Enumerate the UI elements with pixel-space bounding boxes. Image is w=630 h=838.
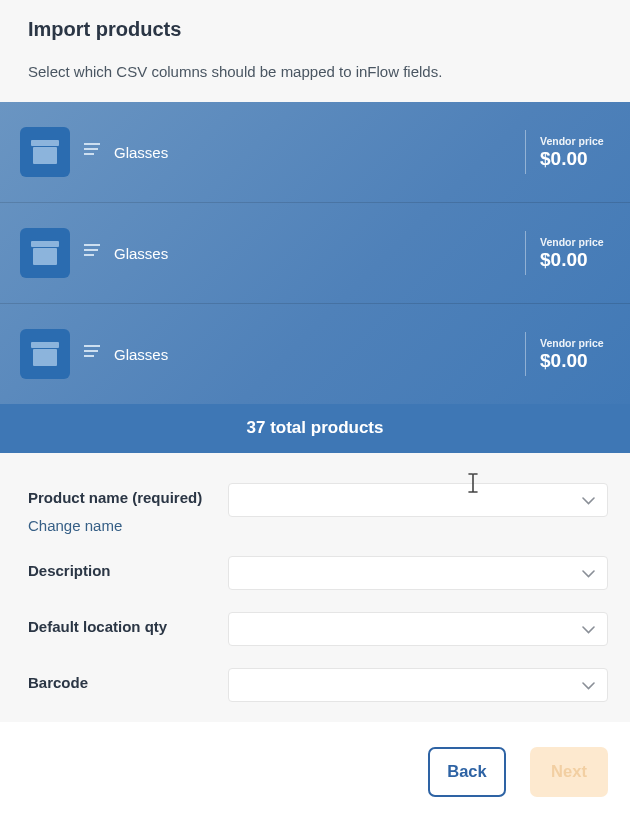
vendor-price-block: Vendor price $0.00 — [540, 236, 610, 271]
product-box-icon — [20, 127, 70, 177]
back-button[interactable]: Back — [428, 747, 506, 797]
default-location-qty-select[interactable] — [228, 612, 608, 646]
mapping-label: Product name (required) — [28, 489, 202, 506]
chevron-down-icon — [582, 676, 595, 694]
chevron-down-icon — [582, 620, 595, 638]
vendor-price-label: Vendor price — [540, 236, 610, 248]
page-subtitle: Select which CSV columns should be mappe… — [28, 63, 602, 80]
mapping-row-product-name: Product name (required) Change name — [28, 483, 608, 534]
preview-product-name: Glasses — [114, 144, 525, 161]
vertical-separator — [525, 231, 526, 275]
list-lines-icon — [84, 244, 100, 262]
list-lines-icon — [84, 345, 100, 363]
barcode-select[interactable] — [228, 668, 608, 702]
mapping-label: Barcode — [28, 674, 88, 691]
footer: Back Next — [0, 722, 630, 820]
preview-product-name: Glasses — [114, 346, 525, 363]
svg-rect-3 — [84, 148, 98, 150]
svg-rect-1 — [33, 147, 57, 164]
preview-row: Glasses Vendor price $0.00 — [0, 304, 630, 404]
mapping-row-description: Description — [28, 556, 608, 590]
svg-rect-11 — [33, 349, 57, 366]
list-lines-icon — [84, 143, 100, 161]
svg-rect-6 — [33, 248, 57, 265]
mapping-row-default-location-qty: Default location qty — [28, 612, 608, 646]
page-title: Import products — [28, 18, 602, 41]
svg-rect-12 — [84, 345, 100, 347]
mapping-section: Product name (required) Change name Desc… — [0, 453, 630, 722]
svg-rect-10 — [31, 342, 59, 348]
chevron-down-icon — [582, 564, 595, 582]
svg-rect-13 — [84, 350, 98, 352]
vendor-price-value: $0.00 — [540, 351, 610, 372]
svg-rect-7 — [84, 244, 100, 246]
svg-rect-9 — [84, 254, 94, 256]
vertical-separator — [525, 332, 526, 376]
totals-bar: 37 total products — [0, 404, 630, 453]
svg-rect-4 — [84, 153, 94, 155]
text-cursor-icon — [467, 473, 479, 497]
preview-product-name: Glasses — [114, 245, 525, 262]
product-name-select[interactable] — [228, 483, 608, 517]
mapping-label: Default location qty — [28, 618, 167, 635]
vertical-separator — [525, 130, 526, 174]
vendor-price-label: Vendor price — [540, 337, 610, 349]
svg-rect-5 — [31, 241, 59, 247]
svg-rect-14 — [84, 355, 94, 357]
description-select[interactable] — [228, 556, 608, 590]
svg-rect-2 — [84, 143, 100, 145]
mapping-row-barcode: Barcode — [28, 668, 608, 702]
vendor-price-block: Vendor price $0.00 — [540, 337, 610, 372]
vendor-price-value: $0.00 — [540, 250, 610, 271]
svg-rect-8 — [84, 249, 98, 251]
chevron-down-icon — [582, 491, 595, 509]
mapping-label: Description — [28, 562, 111, 579]
vendor-price-value: $0.00 — [540, 149, 610, 170]
vendor-price-label: Vendor price — [540, 135, 610, 147]
change-name-link[interactable]: Change name — [28, 517, 228, 534]
svg-rect-0 — [31, 140, 59, 146]
preview-rows: Glasses Vendor price $0.00 — [0, 102, 630, 453]
preview-row: Glasses Vendor price $0.00 — [0, 102, 630, 202]
header: Import products Select which CSV columns… — [0, 0, 630, 102]
next-button[interactable]: Next — [530, 747, 608, 797]
vendor-price-block: Vendor price $0.00 — [540, 135, 610, 170]
product-box-icon — [20, 228, 70, 278]
preview-row: Glasses Vendor price $0.00 — [0, 203, 630, 303]
product-box-icon — [20, 329, 70, 379]
